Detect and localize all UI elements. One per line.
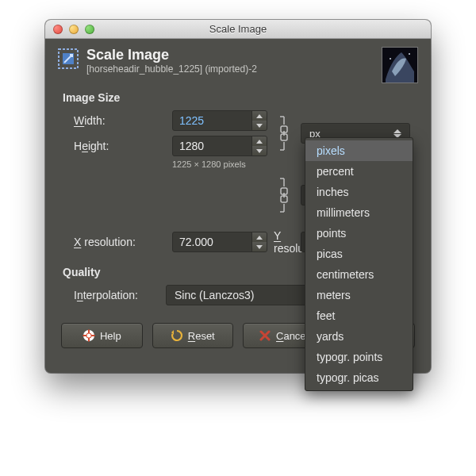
width-input[interactable] [173, 111, 251, 130]
xres-label: X resolution: [74, 236, 166, 248]
cancel-button-label: Cancel [276, 330, 308, 342]
dialog-title: Scale Image [86, 47, 257, 63]
width-step-down[interactable] [252, 121, 267, 130]
unit-option[interactable]: feet [305, 305, 413, 326]
xres-input[interactable] [173, 232, 251, 251]
height-spinner[interactable] [172, 136, 267, 156]
unit-option[interactable]: points [305, 223, 413, 244]
svg-point-3 [409, 53, 410, 55]
xres-step-down[interactable] [252, 242, 267, 251]
height-step-down[interactable] [252, 146, 267, 155]
minimize-icon[interactable] [69, 25, 79, 34]
interpolation-value: Sinc (Lanczos3) [175, 289, 254, 301]
width-step-up[interactable] [252, 111, 267, 121]
window-controls [45, 25, 94, 34]
window-title: Scale Image [45, 23, 431, 35]
help-button-label: Help [100, 330, 121, 342]
reset-button-label: Reset [188, 330, 215, 342]
unit-option[interactable]: inches [305, 182, 413, 202]
height-input[interactable] [173, 136, 251, 155]
unit-option[interactable]: picas [305, 244, 413, 264]
width-label: Width: [74, 114, 166, 127]
interpolation-label: Interpolation: [74, 289, 159, 301]
svg-point-4 [390, 58, 391, 60]
height-step-up[interactable] [252, 136, 267, 146]
image-thumbnail [382, 47, 418, 83]
unit-option[interactable]: centimeters [305, 264, 413, 285]
size-link-icon[interactable] [274, 115, 294, 152]
xres-step-up[interactable] [252, 232, 267, 242]
reset-button[interactable]: Reset [152, 323, 234, 348]
unit-option[interactable]: percent [305, 161, 413, 182]
unit-option[interactable]: typogr. points [305, 347, 413, 367]
image-size-label: Image Size [63, 91, 418, 104]
unit-option[interactable]: typogr. picas [305, 367, 413, 388]
unit-option[interactable]: yards [305, 326, 413, 347]
svg-point-15 [86, 334, 90, 338]
close-icon[interactable] [53, 25, 63, 34]
dialog-header: Scale Image [horseheadir_hubble_1225] (i… [58, 47, 418, 83]
unit-option[interactable]: millimeters [305, 202, 413, 223]
help-button[interactable]: Help [61, 323, 143, 348]
unit-option[interactable]: meters [305, 285, 413, 305]
width-spinner[interactable] [172, 110, 267, 131]
height-label: Height: [74, 140, 166, 152]
unit-dropdown-menu[interactable]: pixelspercentinchesmillimeterspointspica… [305, 137, 413, 391]
zoom-icon[interactable] [85, 25, 94, 34]
cancel-icon [259, 329, 271, 342]
dialog-subtitle: [horseheadir_hubble_1225] (imported)-2 [86, 63, 257, 75]
xres-spinner[interactable] [172, 232, 267, 252]
chevron-updown-icon [393, 129, 405, 138]
yres-label: Y resolution: [274, 229, 294, 255]
unit-option[interactable]: pixels [305, 140, 413, 161]
resolution-link-icon[interactable] [274, 177, 294, 213]
scale-image-icon [58, 48, 79, 69]
reset-icon [171, 329, 183, 342]
help-icon [83, 329, 95, 342]
titlebar: Scale Image [45, 20, 431, 39]
